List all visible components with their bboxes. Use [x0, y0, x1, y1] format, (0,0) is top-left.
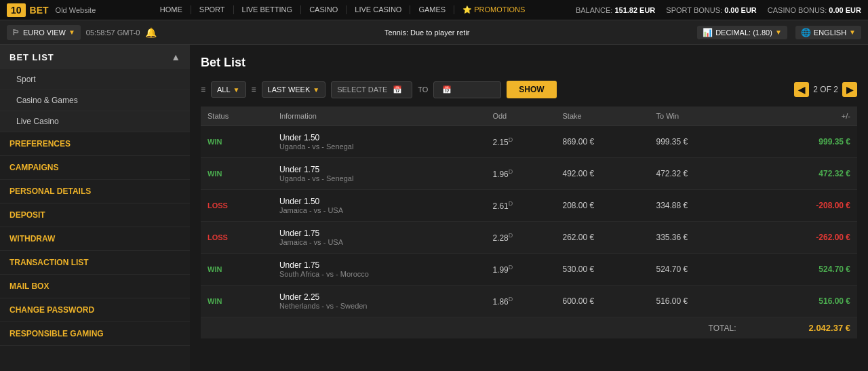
nav-games[interactable]: GAMES: [410, 5, 454, 14]
stake-value: 600.00 €: [563, 296, 595, 306]
bet-name: Under 1.75: [279, 229, 479, 238]
clock-time: 05:58:57 GMT-0: [86, 28, 140, 37]
calendar-to-icon[interactable]: 📅: [442, 85, 452, 94]
nav-home[interactable]: HOME: [152, 5, 191, 14]
table-row: LOSS Under 1.50 Jamaica - vs - USA 2.61D…: [201, 190, 857, 222]
sidebar-item-preferences[interactable]: PREFERENCES: [0, 132, 190, 156]
plus-minus-value: 472.32 €: [818, 169, 850, 178]
sidebar-sub-item-sport[interactable]: Sport: [0, 69, 190, 90]
page-title: Bet List: [201, 56, 857, 70]
status-badge: LOSS: [208, 201, 228, 210]
sidebar-header[interactable]: BET LIST ▲: [0, 45, 190, 69]
to-win-value: 516.00 €: [656, 296, 688, 306]
bet-name: Under 1.50: [279, 133, 479, 142]
table-row: WIN Under 1.75 South Africa - vs - Moroc…: [201, 254, 857, 286]
status-badge: WIN: [208, 265, 222, 273]
bet-match: Jamaica - vs - USA: [279, 238, 479, 246]
language-selector[interactable]: 🌐 ENGLISH ▼: [795, 26, 861, 39]
sidebar-item-responsible-gaming[interactable]: RESPONSIBLE GAMING: [0, 322, 190, 346]
col-information: Information: [273, 106, 486, 126]
bet-name: Under 1.75: [279, 260, 479, 270]
bell-icon[interactable]: 🔔: [145, 27, 157, 38]
nav-casino[interactable]: CASINO: [301, 5, 347, 14]
nav-promotions[interactable]: ⭐ PROMOTIONS: [454, 5, 533, 14]
balance-bar: BALANCE: 151.82 EUR SPORT BONUS: 0.00 EU…: [576, 6, 861, 14]
nav-live-casino[interactable]: LIVE CASINO: [347, 5, 410, 14]
balance-label: BALANCE: 151.82 EUR: [576, 6, 655, 14]
decimal-label: DECIMAL: (1.80): [715, 28, 772, 37]
chevron-down-icon: ▼: [68, 28, 75, 36]
last-week-arrow-icon: ▼: [313, 86, 319, 94]
ticker-text: Tennis: Due to player retir: [162, 28, 692, 37]
plus-minus-value: -262.00 €: [816, 233, 850, 242]
status-badge: WIN: [208, 138, 222, 146]
col-to-win: To Win: [650, 106, 743, 126]
casino-bonus-label: CASINO BONUS: 0.00 EUR: [768, 6, 861, 14]
sidebar-sub-item-live-casino[interactable]: Live Casino: [0, 111, 190, 132]
to-win-value: 999.35 €: [656, 137, 688, 147]
all-filter-select[interactable]: ALL ▼: [211, 81, 245, 98]
last-week-label: LAST WEEK: [268, 85, 311, 94]
sidebar-sub-item-casino[interactable]: Casino & Games: [0, 90, 190, 111]
total-label: TOTAL:: [201, 317, 743, 339]
page-info: 2 OF 2: [813, 85, 838, 94]
language-chevron-icon: ▼: [849, 28, 856, 36]
show-button[interactable]: SHOW: [507, 81, 556, 98]
plus-minus-value: 524.70 €: [818, 265, 850, 274]
nav-live-betting[interactable]: LIVE BETTING: [234, 5, 302, 14]
to-win-value: 335.36 €: [656, 233, 688, 242]
sidebar-item-transaction-list[interactable]: TRANSACTION LIST: [0, 251, 190, 275]
status-badge: WIN: [208, 297, 222, 305]
prev-page-button[interactable]: ◀: [794, 82, 809, 97]
stake-value: 262.00 €: [563, 233, 595, 242]
sport-bonus-label: SPORT BONUS: 0.00 EUR: [666, 6, 757, 14]
stake-value: 492.00 €: [563, 169, 595, 178]
calendar-icon[interactable]: 📅: [393, 85, 402, 94]
bet-match: Jamaica - vs - USA: [279, 206, 479, 214]
sidebar-item-deposit[interactable]: DEPOSIT: [0, 203, 190, 227]
second-bar: 🏳 EURO VIEW ▼ 05:58:57 GMT-0 🔔 Tennis: D…: [0, 20, 868, 45]
odd-value: 2.28D: [492, 233, 513, 243]
sidebar-collapse-icon: ▲: [171, 52, 180, 62]
col-plus-minus: +/-: [743, 106, 858, 126]
stake-value: 530.00 €: [563, 265, 595, 274]
nav-sport[interactable]: SPORT: [191, 5, 234, 14]
euro-view-selector[interactable]: 🏳 EURO VIEW ▼: [7, 25, 81, 40]
sidebar-item-campaigns[interactable]: CAMPAIGNS: [0, 156, 190, 180]
odd-value: 1.99D: [492, 265, 513, 275]
date-to-input[interactable]: 📅: [433, 81, 501, 98]
sidebar-item-withdraw[interactable]: WITHDRAW: [0, 227, 190, 251]
main-content: Bet List ≡ ALL ▼ ≡ LAST WEEK ▼ SELECT DA…: [190, 45, 868, 371]
sidebar: BET LIST ▲ Sport Casino & Games Live Cas…: [0, 45, 190, 371]
old-website-link[interactable]: Old Website: [56, 6, 96, 14]
bet-suffix: BET: [30, 5, 49, 16]
logo[interactable]: 10: [7, 3, 26, 17]
odd-value: 2.61D: [492, 201, 513, 211]
sidebar-item-personal-details[interactable]: PERSONAL DETAILS: [0, 180, 190, 203]
plus-minus-value: 516.00 €: [818, 296, 850, 306]
decimal-selector[interactable]: 📊 DECIMAL: (1.80) ▼: [697, 26, 787, 39]
flag-icon: 🏳: [12, 28, 20, 37]
next-page-button[interactable]: ▶: [842, 82, 857, 97]
plus-minus-value: 999.35 €: [818, 137, 850, 147]
bet-match: Uganda - vs - Senegal: [279, 174, 479, 182]
all-filter-label: ALL: [217, 85, 231, 94]
last-week-filter-select[interactable]: LAST WEEK ▼: [262, 81, 326, 98]
sidebar-item-change-password[interactable]: CHANGE PASSWORD: [0, 298, 190, 322]
odd-value: 1.86D: [492, 297, 513, 307]
sidebar-header-title: BET LIST: [9, 52, 54, 62]
bet-name: Under 1.75: [279, 165, 479, 174]
bet-table: Status Information Odd Stake To Win +/- …: [201, 106, 857, 338]
date-from-input[interactable]: SELECT DATE 📅: [331, 81, 412, 98]
bet-match: Uganda - vs - Senegal: [279, 142, 479, 151]
table-row: WIN Under 1.75 Uganda - vs - Senegal 1.9…: [201, 158, 857, 190]
col-status: Status: [201, 106, 273, 126]
all-filter-arrow-icon: ▼: [233, 86, 240, 94]
bet-match: Netherlands - vs - Sweden: [279, 302, 479, 310]
sport-bonus-value: 0.00 EUR: [724, 6, 757, 14]
sidebar-item-mail-box[interactable]: MAIL BOX: [0, 275, 190, 298]
time-filter-icon: ≡: [252, 85, 256, 94]
to-win-value: 524.70 €: [656, 265, 688, 274]
chart-icon: 📊: [703, 28, 713, 37]
to-win-value: 472.32 €: [656, 169, 688, 178]
